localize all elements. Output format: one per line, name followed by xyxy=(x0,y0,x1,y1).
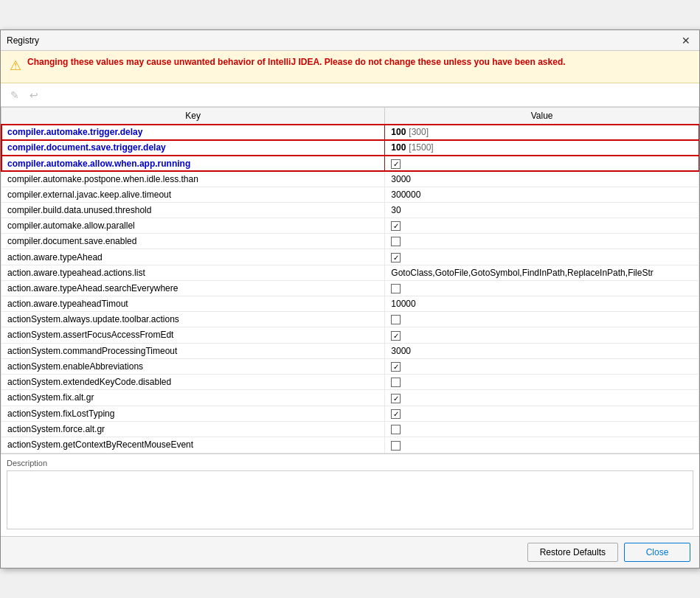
checkbox-unchecked-icon xyxy=(391,315,401,324)
toolbar: ✎ ↩ xyxy=(1,83,699,107)
key-cell: compiler.automake.trigger.delay xyxy=(1,125,385,140)
checkbox-checked-icon xyxy=(391,253,401,263)
value-cell xyxy=(385,234,699,249)
title-bar: Registry ✕ xyxy=(1,30,699,51)
edit-button[interactable]: ✎ xyxy=(7,87,23,103)
value-cell xyxy=(385,437,699,453)
checkbox-checked-icon xyxy=(391,409,401,419)
table-row[interactable]: actionSystem.always.update.toolbar.actio… xyxy=(1,312,699,327)
button-bar: Restore Defaults Close xyxy=(1,537,699,568)
table-row[interactable]: action.aware.typeaheadTimout10000 xyxy=(1,296,699,312)
table-row[interactable]: actionSystem.force.alt.gr xyxy=(1,421,699,437)
table-row[interactable]: compiler.automake.allow.parallel xyxy=(1,218,699,233)
table-row[interactable]: actionSystem.enableAbbreviations xyxy=(1,358,699,374)
description-textarea[interactable] xyxy=(7,470,693,529)
key-cell: compiler.external.javac.keep.alive.timeo… xyxy=(1,187,385,202)
table-row[interactable]: compiler.document.save.enabled xyxy=(1,234,699,249)
checkbox-checked-icon xyxy=(391,331,401,341)
value-cell: GotoClass,GotoFile,GotoSymbol,FindInPath… xyxy=(385,265,699,280)
value-cell xyxy=(385,374,699,389)
key-column-header: Key xyxy=(1,108,385,125)
value-cell xyxy=(385,327,699,343)
key-cell: compiler.automake.allow.when.app.running xyxy=(1,156,385,171)
key-cell: actionSystem.commandProcessingTimeout xyxy=(1,343,385,358)
key-cell: actionSystem.extendedKeyCode.disabled xyxy=(1,374,385,389)
table-row[interactable]: actionSystem.fixLostTyping xyxy=(1,406,699,421)
table-row[interactable]: compiler.automake.trigger.delay100[300] xyxy=(1,125,699,140)
key-cell: actionSystem.fixLostTyping xyxy=(1,406,385,421)
value-column-header: Value xyxy=(385,108,699,125)
table-row[interactable]: actionSystem.commandProcessingTimeout300… xyxy=(1,343,699,358)
value-cell: 10000 xyxy=(385,296,699,312)
value-cell xyxy=(385,249,699,265)
key-cell: action.aware.typeAhead xyxy=(1,249,385,265)
registry-table: Key Value compiler.automake.trigger.dela… xyxy=(1,107,699,453)
checkbox-unchecked-icon xyxy=(391,441,401,451)
key-cell: action.aware.typeahead.actions.list xyxy=(1,265,385,280)
key-cell: action.aware.typeaheadTimout xyxy=(1,296,385,312)
warning-bar: ⚠ Changing these values may cause unwant… xyxy=(1,51,699,83)
key-cell: actionSystem.getContextByRecentMouseEven… xyxy=(1,437,385,453)
table-row[interactable]: action.aware.typeAhead.searchEverywhere xyxy=(1,280,699,296)
warning-text: Changing these values may cause unwanted… xyxy=(27,57,566,67)
key-cell: compiler.automake.allow.parallel xyxy=(1,218,385,233)
restore-defaults-button[interactable]: Restore Defaults xyxy=(527,543,618,562)
checkbox-unchecked-icon xyxy=(391,378,401,387)
checkbox-unchecked-icon xyxy=(391,284,401,293)
key-cell: actionSystem.enableAbbreviations xyxy=(1,358,385,374)
value-cell xyxy=(385,156,699,171)
key-cell: action.aware.typeAhead.searchEverywhere xyxy=(1,280,385,296)
value-cell xyxy=(385,280,699,296)
value-cell: 100[1500] xyxy=(385,140,699,156)
checkbox-checked-icon xyxy=(391,394,401,403)
undo-button[interactable]: ↩ xyxy=(26,87,42,103)
table-row[interactable]: compiler.document.save.trigger.delay100[… xyxy=(1,140,699,156)
value-cell xyxy=(385,358,699,374)
description-section: Description xyxy=(1,454,699,537)
table-row[interactable]: compiler.build.data.unused.threshold30 xyxy=(1,202,699,218)
table-row[interactable]: compiler.external.javac.keep.alive.timeo… xyxy=(1,187,699,202)
key-cell: compiler.automake.postpone.when.idle.les… xyxy=(1,171,385,187)
close-icon[interactable]: ✕ xyxy=(679,33,693,48)
checkbox-checked-icon xyxy=(391,159,401,169)
key-cell: actionSystem.fix.alt.gr xyxy=(1,390,385,406)
value-cell: 300000 xyxy=(385,187,699,202)
table-row[interactable]: action.aware.typeahead.actions.listGotoC… xyxy=(1,265,699,280)
value-cell: 3000 xyxy=(385,171,699,187)
table-row[interactable]: actionSystem.fix.alt.gr xyxy=(1,390,699,406)
value-cell: 3000 xyxy=(385,343,699,358)
value-cell xyxy=(385,390,699,406)
key-cell: compiler.document.save.trigger.delay xyxy=(1,140,385,156)
value-cell: 100[300] xyxy=(385,125,699,140)
description-label: Description xyxy=(7,459,693,467)
close-button[interactable]: Close xyxy=(624,543,690,562)
key-cell: compiler.build.data.unused.threshold xyxy=(1,202,385,218)
value-cell xyxy=(385,421,699,437)
registry-dialog: Registry ✕ ⚠ Changing these values may c… xyxy=(0,29,700,568)
key-cell: actionSystem.always.update.toolbar.actio… xyxy=(1,312,385,327)
key-cell: compiler.document.save.enabled xyxy=(1,234,385,249)
table-row[interactable]: actionSystem.assertFocusAccessFromEdt xyxy=(1,327,699,343)
checkbox-unchecked-icon xyxy=(391,425,401,434)
table-row[interactable]: compiler.automake.postpone.when.idle.les… xyxy=(1,171,699,187)
table-row[interactable]: actionSystem.getContextByRecentMouseEven… xyxy=(1,437,699,453)
checkbox-checked-icon xyxy=(391,362,401,372)
checkbox-unchecked-icon xyxy=(391,237,401,246)
registry-table-container[interactable]: Key Value compiler.automake.trigger.dela… xyxy=(1,107,699,453)
key-cell: actionSystem.assertFocusAccessFromEdt xyxy=(1,327,385,343)
value-cell xyxy=(385,312,699,327)
warning-icon: ⚠ xyxy=(10,58,21,74)
dialog-title: Registry xyxy=(7,35,679,46)
value-cell xyxy=(385,218,699,233)
checkbox-checked-icon xyxy=(391,221,401,231)
value-cell xyxy=(385,406,699,421)
key-cell: actionSystem.force.alt.gr xyxy=(1,421,385,437)
value-cell: 30 xyxy=(385,202,699,218)
table-row[interactable]: compiler.automake.allow.when.app.running xyxy=(1,156,699,171)
table-row[interactable]: action.aware.typeAhead xyxy=(1,249,699,265)
table-row[interactable]: actionSystem.extendedKeyCode.disabled xyxy=(1,374,699,389)
